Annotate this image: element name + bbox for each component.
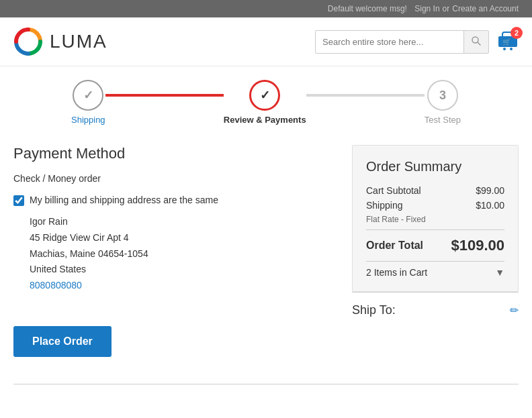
cart-button[interactable]: 🛒 2 [497, 31, 519, 53]
step-test-circle: 3 [427, 80, 458, 111]
welcome-message: Default welcome msg! [328, 4, 407, 13]
svg-point-4 [503, 48, 506, 50]
logo-text: LUMA [50, 31, 107, 52]
left-panel: Payment Method Check / Money order My bi… [13, 145, 339, 357]
cart-subtotal-label: Cart Subtotal [366, 185, 421, 196]
chevron-down-icon: ▼ [495, 267, 504, 278]
cart-items-row[interactable]: 2 Items in Cart ▼ [366, 261, 504, 278]
step-shipping-circle: ✓ [73, 80, 103, 111]
cart-badge: 2 [511, 27, 523, 39]
signin-link[interactable]: Sign In [414, 4, 439, 13]
svg-line-2 [478, 42, 480, 45]
step-review-label: Review & Payments [224, 115, 306, 125]
shipping-sub: Flat Rate - Fixed [366, 215, 504, 224]
shipping-value: $10.00 [476, 200, 504, 211]
order-summary: Order Summary Cart Subtotal $99.00 Shipp… [352, 145, 519, 292]
billing-same-checkbox[interactable] [13, 195, 24, 206]
billing-same-label: My billing and shipping address are the … [30, 195, 218, 205]
header: LUMA 🛒 2 [0, 17, 532, 66]
address-phone[interactable]: 8080808080 [30, 280, 82, 291]
svg-point-5 [510, 48, 513, 50]
step-line-1 [105, 94, 224, 97]
cart-items-text: 2 Items in Cart [366, 267, 427, 278]
payment-method-label: Check / Money order [13, 173, 339, 184]
right-panel: Order Summary Cart Subtotal $99.00 Shipp… [352, 145, 519, 357]
bottom-divider [13, 384, 519, 384]
billing-address: Igor Rain 45 Ridge View Cir Apt 4 Machia… [30, 214, 339, 294]
edit-ship-to-icon[interactable]: ✏ [510, 304, 519, 317]
logo-area: LUMA [13, 27, 107, 56]
cart-subtotal-row: Cart Subtotal $99.00 [366, 185, 504, 196]
step-review-circle: ✓ [249, 80, 280, 111]
step-test[interactable]: 3 Test Step [425, 80, 461, 125]
step-line-2 [306, 94, 425, 97]
step-test-label: Test Step [425, 115, 461, 125]
search-box [315, 30, 489, 54]
billing-same-row: My billing and shipping address are the … [13, 195, 339, 206]
payment-title: Payment Method [13, 145, 339, 162]
order-total-value: $109.00 [451, 237, 504, 254]
main-content: Payment Method Check / Money order My bi… [0, 132, 532, 370]
step-shipping-label: Shipping [71, 115, 105, 125]
shipping-label: Shipping [366, 200, 403, 211]
order-summary-title: Order Summary [366, 159, 504, 174]
logo-icon [13, 27, 43, 56]
place-order-button[interactable]: Place Order [13, 326, 112, 357]
checkout-steps: ✓ Shipping ✓ Review & Payments 3 Test St… [0, 66, 532, 132]
header-right: 🛒 2 [315, 30, 519, 54]
top-bar: Default welcome msg! Sign In or Create a… [0, 0, 532, 17]
address-country: United States [30, 262, 339, 278]
create-account-link[interactable]: Create an Account [452, 4, 519, 13]
ship-to-section: Ship To: ✏ [352, 292, 519, 328]
step-review[interactable]: ✓ Review & Payments [224, 80, 306, 125]
address-street: 45 Ridge View Cir Apt 4 [30, 230, 339, 246]
address-name: Igor Rain [30, 214, 339, 230]
ship-to-title: Ship To: [352, 303, 396, 317]
search-input[interactable] [316, 32, 463, 52]
shipping-row: Shipping $10.00 [366, 200, 504, 211]
search-icon [471, 36, 482, 46]
or-text: or [443, 4, 450, 13]
order-total-label: Order Total [366, 240, 423, 252]
address-city-state: Machias, Maine 04654-1054 [30, 246, 339, 262]
cart-subtotal-value: $99.00 [476, 185, 504, 196]
order-total-row: Order Total $109.00 [366, 237, 504, 254]
step-shipping[interactable]: ✓ Shipping [71, 80, 105, 125]
search-button[interactable] [463, 31, 488, 53]
summary-divider [366, 229, 504, 230]
svg-text:🛒: 🛒 [502, 38, 511, 46]
